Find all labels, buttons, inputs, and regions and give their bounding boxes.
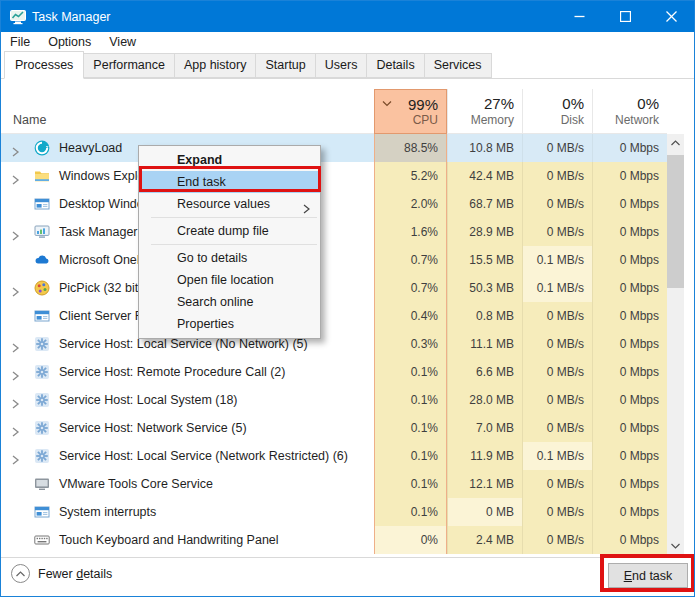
process-name-cell[interactable]: Service Host: Local System (18) (1, 386, 374, 414)
cell-disk: 0 MB/s (522, 162, 592, 190)
chevron-up-circle-icon (11, 564, 30, 583)
expand-chevron-icon[interactable] (11, 171, 20, 181)
column-header-name[interactable]: Name (1, 89, 374, 134)
process-row[interactable]: PicPick (32 bit)0.7%50.3 MB0.1 MB/s0 Mbp… (1, 274, 667, 302)
title-bar: Task Manager (1, 1, 694, 32)
process-row[interactable]: Service Host: Network Service (5)0.1%7.0… (1, 414, 667, 442)
scroll-down-button[interactable] (667, 537, 684, 554)
maximize-icon (620, 8, 631, 26)
process-name-cell[interactable]: Service Host: Remote Procedure Call (2) (1, 358, 374, 386)
column-header-memory[interactable]: 27%Memory (447, 89, 522, 134)
process-row[interactable]: Microsoft OneDrive0.7%15.5 MB0.1 MB/s0 M… (1, 246, 667, 274)
cell-cpu: 5.2% (374, 162, 447, 190)
column-header-cpu[interactable]: 99%CPU (374, 89, 447, 134)
column-header-network[interactable]: 0%Network (592, 89, 667, 134)
menubar-item-view[interactable]: View (100, 33, 145, 52)
process-row[interactable]: Service Host: Local Service (Network Res… (1, 442, 667, 470)
process-row[interactable]: Desktop Window Manager2.0%68.7 MB0 MB/s0… (1, 190, 667, 218)
process-row[interactable]: System interrupts0.1%0 MB0 MB/s0 Mbps (1, 498, 667, 526)
expand-chevron-icon[interactable] (11, 227, 20, 237)
process-row[interactable]: Task Manager1.6%28.9 MB0 MB/s0 Mbps (1, 218, 667, 246)
cell-network: 0 Mbps (592, 386, 667, 414)
cell-disk: 0.1 MB/s (522, 442, 592, 470)
menubar-item-options[interactable]: Options (39, 33, 100, 52)
expand-chevron-icon[interactable] (11, 423, 20, 433)
close-icon (666, 8, 677, 26)
taskmgr-icon (34, 224, 50, 240)
vmware-icon (34, 476, 50, 492)
scroll-up-button[interactable] (667, 134, 684, 151)
menu-item-search-online[interactable]: Search online (139, 291, 320, 313)
process-row[interactable]: HeavyLoad88.5%10.8 MB0 MB/s0 Mbps (1, 134, 667, 162)
process-row[interactable]: Service Host: Remote Procedure Call (2)0… (1, 358, 667, 386)
column-label: Network (615, 113, 659, 127)
menu-item-properties[interactable]: Properties (139, 313, 320, 335)
tab-startup[interactable]: Startup (255, 53, 315, 78)
tab-strip: ProcessesPerformanceApp historyStartupUs… (1, 53, 694, 79)
end-task-button[interactable]: End task (608, 563, 688, 588)
tab-users[interactable]: Users (315, 53, 368, 78)
column-percent: 0% (562, 95, 584, 112)
process-name-cell[interactable]: Service Host: Network Service (5) (1, 414, 374, 442)
menubar-item-file[interactable]: File (9, 33, 39, 52)
tab-processes[interactable]: Processes (4, 51, 84, 79)
process-row[interactable]: Service Host: Local System (18)0.1%28.0 … (1, 386, 667, 414)
submenu-arrow-icon (303, 199, 310, 209)
process-row[interactable]: Client Server Runtime Process0.4%0.8 MB0… (1, 302, 667, 330)
menu-item-go-to-details[interactable]: Go to details (139, 247, 320, 269)
cell-network: 0 Mbps (592, 442, 667, 470)
close-button[interactable] (648, 1, 694, 32)
cell-network: 0 Mbps (592, 302, 667, 330)
expand-chevron-icon[interactable] (11, 367, 20, 377)
cell-disk: 0 MB/s (522, 414, 592, 442)
maximize-button[interactable] (602, 1, 648, 32)
menu-item-expand[interactable]: Expand (139, 149, 320, 171)
tab-app-history[interactable]: App history (174, 53, 257, 78)
menu-item-resource-values[interactable]: Resource values (139, 193, 320, 215)
cell-memory: 68.7 MB (447, 190, 522, 218)
window-icon (34, 504, 50, 520)
menu-item-open-file-location[interactable]: Open file location (139, 269, 320, 291)
process-list: HeavyLoad88.5%10.8 MB0 MB/s0 MbpsWindows… (1, 134, 667, 554)
process-row[interactable]: Service Host: Local Service (No Network)… (1, 330, 667, 358)
cell-memory: 0 MB (447, 498, 522, 526)
minimize-button[interactable] (556, 1, 602, 32)
expand-chevron-icon[interactable] (11, 283, 20, 293)
column-header-disk[interactable]: 0%Disk (522, 89, 592, 134)
process-name-cell[interactable]: Service Host: Local Service (Network Res… (1, 442, 374, 470)
process-row[interactable]: VMware Tools Core Service0.1%12.1 MB0 MB… (1, 470, 667, 498)
tab-details[interactable]: Details (366, 53, 424, 78)
vertical-scrollbar[interactable] (667, 134, 684, 554)
cell-memory: 11.1 MB (447, 330, 522, 358)
chevron-down-icon (671, 543, 680, 549)
tab-services[interactable]: Services (424, 53, 492, 78)
cell-network: 0 Mbps (592, 498, 667, 526)
task-manager-app-icon (10, 9, 26, 25)
expand-chevron-icon[interactable] (11, 143, 20, 153)
expand-chevron-icon[interactable] (11, 395, 20, 405)
cell-cpu: 2.0% (374, 190, 447, 218)
gear-icon (34, 392, 50, 408)
expand-chevron-icon[interactable] (11, 451, 20, 461)
gear-icon (34, 448, 50, 464)
cell-network: 0 Mbps (592, 218, 667, 246)
menu-item-end-task[interactable]: End task (139, 171, 320, 193)
process-row[interactable]: Windows Explorer5.2%42.4 MB0 MB/s0 Mbps (1, 162, 667, 190)
cell-memory: 0.8 MB (447, 302, 522, 330)
scrollbar-thumb[interactable] (667, 155, 684, 288)
tab-performance[interactable]: Performance (83, 53, 175, 78)
expand-chevron-icon[interactable] (11, 339, 20, 349)
process-name-cell[interactable]: VMware Tools Core Service (1, 470, 374, 498)
cell-memory: 10.8 MB (447, 134, 522, 162)
process-name-cell[interactable]: System interrupts (1, 498, 374, 526)
process-name: System interrupts (59, 498, 156, 526)
cell-memory: 11.9 MB (447, 442, 522, 470)
gear-icon (34, 336, 50, 352)
cell-memory: 50.3 MB (447, 274, 522, 302)
window-icon (34, 308, 50, 324)
fewer-details-toggle[interactable]: Fewer details (11, 564, 112, 583)
process-row[interactable]: Touch Keyboard and Handwriting Panel0%2.… (1, 526, 667, 554)
process-name-cell[interactable]: Touch Keyboard and Handwriting Panel (1, 526, 374, 554)
menu-item-create-dump-file[interactable]: Create dump file (139, 220, 320, 242)
cell-cpu: 0.4% (374, 302, 447, 330)
